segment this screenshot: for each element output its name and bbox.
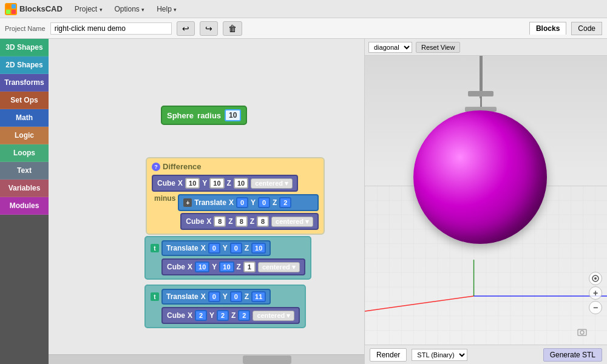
sphere-radius-input[interactable]: 10 [225, 109, 241, 121]
cube1-x[interactable]: 10 [185, 178, 200, 189]
workspace-scrollbar[interactable] [49, 354, 364, 364]
cube3-block[interactable]: Cube X 10 Y 10 Z 1 centered ▾ [161, 258, 305, 275]
cube1-block[interactable]: Cube X 10 Y 10 Z 10 centered ▾ [152, 175, 298, 192]
code-view-button[interactable]: Code [571, 22, 602, 35]
difference-header: ? Difference [152, 162, 319, 171]
menu-help[interactable]: Help ▾ [152, 4, 181, 15]
stl-format-select[interactable]: STL (Binary) STL (ASCII) [412, 349, 467, 361]
view3d-canvas[interactable]: + − [365, 56, 607, 345]
svg-rect-1 [12, 4, 16, 8]
svg-line-6 [365, 296, 474, 311]
cube2-x[interactable]: 8 [214, 216, 226, 227]
cube4-z[interactable]: 2 [238, 310, 250, 321]
rod-segment2 [480, 96, 482, 107]
view3d-panel: diagonal Reset View [364, 39, 607, 364]
cube3-centered[interactable]: centered ▾ [258, 262, 300, 272]
zoom-in-button[interactable]: + [589, 286, 602, 300]
svg-rect-2 [6, 10, 10, 14]
zoom-controls: + − [589, 272, 602, 314]
blocks-view-button[interactable]: Blocks [529, 22, 566, 35]
screenshot-icon[interactable] [577, 327, 588, 340]
project-name-input[interactable] [50, 22, 172, 35]
sidebar-item-set-ops[interactable]: Set Ops [0, 92, 49, 109]
project-name-label: Project Name [5, 25, 46, 32]
cube4-centered[interactable]: centered ▾ [253, 311, 294, 321]
t2-y[interactable]: 0 [230, 291, 242, 302]
cube2-block[interactable]: Cube X 8 Z 8 Z 8 centered ▾ [180, 213, 319, 230]
difference-block[interactable]: ? Difference Cube X 10 Y 10 Z 10 centere… [146, 157, 325, 235]
reset-view-button[interactable]: Reset View [416, 42, 460, 53]
workspace[interactable]: Sphere radius 10 ? Difference Cube X 10 … [49, 39, 364, 364]
translate2-expand[interactable]: t [151, 292, 159, 301]
sidebar-item-2d-shapes[interactable]: 2D Shapes [0, 56, 49, 74]
sidebar-item-variables[interactable]: Variables [0, 180, 49, 197]
expand-icon[interactable]: + [183, 198, 192, 207]
minus-label: minus [154, 194, 175, 203]
logo-icon [5, 3, 17, 15]
app-name: BlocksCAD [19, 4, 63, 13]
cube1-row: Cube X 10 Y 10 Z 10 centered ▾ [152, 175, 319, 192]
sidebar-item-modules[interactable]: Modules [0, 197, 49, 215]
main-area: 3D Shapes 2D Shapes Transforms Set Ops M… [0, 39, 607, 364]
difference-label: Difference [163, 162, 202, 171]
delete-button[interactable]: 🗑 [223, 21, 242, 36]
zoom-fit-button[interactable] [589, 272, 602, 285]
info-icon: ? [152, 163, 160, 171]
menu-bar: BlocksCAD Project ▾ Options ▾ Help ▾ [0, 0, 607, 18]
scroll-thumb[interactable] [243, 356, 291, 364]
translate1-expand[interactable]: t [151, 244, 159, 252]
cube2-z[interactable]: 8 [236, 216, 248, 227]
svg-rect-0 [6, 4, 10, 8]
translate2-cube: Cube X 2 Y 2 Z 2 centered ▾ [161, 307, 300, 324]
cube4-x[interactable]: 2 [195, 310, 207, 321]
sidebar-item-3d-shapes[interactable]: 3D Shapes [0, 39, 49, 56]
cube2-centered[interactable]: centered ▾ [271, 217, 313, 227]
t1-z[interactable]: 10 [251, 243, 266, 254]
cube1-y[interactable]: 10 [209, 178, 224, 189]
undo-button[interactable]: ↩ [177, 21, 195, 36]
project-bar: Project Name ↩ ↪ 🗑 Blocks Code [0, 18, 607, 39]
sidebar: 3D Shapes 2D Shapes Transforms Set Ops M… [0, 39, 49, 364]
cube4-y[interactable]: 2 [217, 310, 229, 321]
translate-x[interactable]: 0 [236, 197, 248, 208]
translate2-block[interactable]: t Translate X 0 Y 0 Z 11 Cube X [144, 285, 306, 328]
render-button[interactable]: Render [370, 348, 407, 362]
menu-project[interactable]: Project ▾ [70, 4, 107, 15]
cube3-x[interactable]: 10 [195, 261, 209, 272]
minus-content: + Translate X 0 Y 0 Z 2 Cube X 8 [178, 194, 319, 230]
cube2-z2[interactable]: 8 [257, 216, 269, 227]
render-bar: Render STL (Binary) STL (ASCII) Generate… [365, 345, 607, 364]
t1-x[interactable]: 0 [208, 243, 220, 254]
menu-options[interactable]: Options ▾ [110, 4, 150, 15]
cube1-centered[interactable]: centered ▾ [251, 178, 293, 189]
sidebar-item-loops[interactable]: Loops [0, 144, 49, 162]
sidebar-item-transforms[interactable]: Transforms [0, 74, 49, 92]
t2-z[interactable]: 11 [251, 291, 266, 302]
redo-button[interactable]: ↪ [200, 21, 218, 36]
blocks-canvas[interactable]: Sphere radius 10 ? Difference Cube X 10 … [49, 39, 364, 352]
t2-x[interactable]: 0 [208, 291, 220, 302]
translate1-cube: Cube X 10 Y 10 Z 1 centered ▾ [161, 258, 305, 275]
sidebar-item-text[interactable]: Text [0, 162, 49, 180]
sphere-label: Sphere [167, 111, 194, 120]
svg-point-10 [594, 277, 597, 280]
t1-y[interactable]: 0 [230, 243, 242, 254]
sphere-block[interactable]: Sphere radius 10 [161, 106, 247, 125]
zoom-out-button[interactable]: − [589, 301, 602, 314]
sidebar-item-logic[interactable]: Logic [0, 127, 49, 144]
sidebar-item-math[interactable]: Math [0, 109, 49, 127]
translate1-block[interactable]: t Translate X 0 Y 0 Z 10 Cube X [144, 236, 311, 280]
cube3-y[interactable]: 10 [219, 261, 234, 272]
translate1-header: t Translate X 0 Y 0 Z 10 [151, 240, 305, 256]
generate-stl-button[interactable]: Generate STL [543, 348, 602, 362]
translate-z[interactable]: 2 [279, 197, 291, 208]
translate-inner-block[interactable]: + Translate X 0 Y 0 Z 2 [178, 194, 319, 211]
minus-row: minus + Translate X 0 Y 0 Z 2 [152, 194, 319, 230]
rod-segment [481, 56, 483, 92]
view-select[interactable]: diagonal [368, 42, 412, 53]
view3d-toolbar: diagonal Reset View [365, 39, 607, 56]
translate-y[interactable]: 0 [258, 197, 270, 208]
cube1-z[interactable]: 10 [234, 178, 248, 189]
cube4-block[interactable]: Cube X 2 Y 2 Z 2 centered ▾ [161, 307, 300, 324]
cube3-z[interactable]: 1 [243, 261, 256, 272]
